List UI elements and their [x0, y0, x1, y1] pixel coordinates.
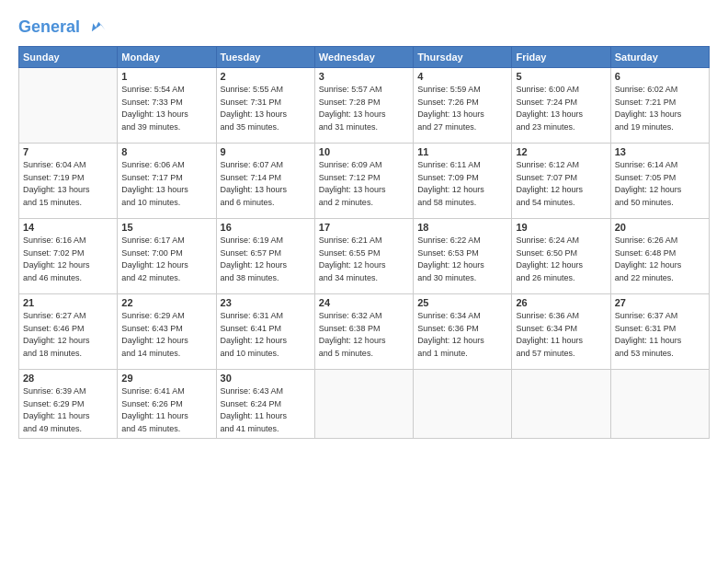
day-info: Sunrise: 6:11 AMSunset: 7:09 PMDaylight:…	[417, 159, 507, 209]
logo: General	[18, 18, 107, 37]
calendar-week-row: 7Sunrise: 6:04 AMSunset: 7:19 PMDaylight…	[19, 144, 710, 219]
calendar-week-row: 28Sunrise: 6:39 AMSunset: 6:29 PMDayligh…	[19, 370, 710, 439]
day-number: 20	[615, 222, 705, 233]
day-number: 22	[121, 297, 211, 308]
calendar-week-row: 21Sunrise: 6:27 AMSunset: 6:46 PMDayligh…	[19, 294, 710, 370]
calendar-cell	[19, 68, 118, 144]
day-number: 2	[221, 71, 311, 82]
calendar-cell	[512, 370, 610, 439]
svg-marker-0	[92, 22, 106, 31]
calendar-cell: 23Sunrise: 6:31 AMSunset: 6:41 PMDayligh…	[216, 294, 314, 370]
day-info: Sunrise: 6:22 AMSunset: 6:53 PMDaylight:…	[417, 235, 507, 284]
day-info: Sunrise: 6:31 AMSunset: 6:41 PMDaylight:…	[221, 310, 311, 360]
day-number: 8	[121, 146, 211, 157]
day-number: 18	[417, 222, 507, 233]
day-number: 4	[417, 71, 507, 82]
day-number: 21	[23, 297, 113, 308]
calendar-cell: 16Sunrise: 6:19 AMSunset: 6:57 PMDayligh…	[216, 219, 314, 294]
calendar-cell: 9Sunrise: 6:07 AMSunset: 7:14 PMDaylight…	[216, 144, 314, 219]
page: General SundayMondayTuesdayWednesdayThur…	[0, 0, 728, 563]
day-info: Sunrise: 6:09 AMSunset: 7:12 PMDaylight:…	[319, 159, 409, 209]
calendar-cell: 24Sunrise: 6:32 AMSunset: 6:38 PMDayligh…	[314, 294, 413, 370]
calendar-cell: 28Sunrise: 6:39 AMSunset: 6:29 PMDayligh…	[19, 370, 118, 439]
day-info: Sunrise: 6:36 AMSunset: 6:34 PMDaylight:…	[516, 310, 606, 360]
calendar-cell: 19Sunrise: 6:24 AMSunset: 6:50 PMDayligh…	[512, 219, 610, 294]
calendar-cell: 14Sunrise: 6:16 AMSunset: 7:02 PMDayligh…	[19, 219, 118, 294]
day-info: Sunrise: 6:21 AMSunset: 6:55 PMDaylight:…	[319, 235, 409, 284]
calendar-cell: 13Sunrise: 6:14 AMSunset: 7:05 PMDayligh…	[610, 144, 709, 219]
header: General	[18, 15, 710, 37]
logo-icon	[86, 17, 107, 37]
col-header-wednesday: Wednesday	[314, 47, 413, 68]
calendar-cell	[610, 370, 709, 439]
calendar-cell: 18Sunrise: 6:22 AMSunset: 6:53 PMDayligh…	[414, 219, 512, 294]
calendar-week-row: 1Sunrise: 5:54 AMSunset: 7:33 PMDaylight…	[19, 68, 710, 144]
col-header-friday: Friday	[512, 47, 610, 68]
day-number: 7	[23, 146, 113, 157]
day-info: Sunrise: 6:29 AMSunset: 6:43 PMDaylight:…	[121, 310, 211, 360]
day-number: 28	[23, 373, 113, 384]
calendar-cell: 22Sunrise: 6:29 AMSunset: 6:43 PMDayligh…	[118, 294, 216, 370]
day-info: Sunrise: 6:19 AMSunset: 6:57 PMDaylight:…	[221, 235, 311, 284]
day-number: 11	[417, 146, 507, 157]
calendar-cell: 17Sunrise: 6:21 AMSunset: 6:55 PMDayligh…	[314, 219, 413, 294]
calendar-cell: 7Sunrise: 6:04 AMSunset: 7:19 PMDaylight…	[19, 144, 118, 219]
day-number: 30	[221, 373, 311, 384]
day-info: Sunrise: 6:16 AMSunset: 7:02 PMDaylight:…	[23, 235, 113, 284]
day-info: Sunrise: 6:00 AMSunset: 7:24 PMDaylight:…	[516, 84, 606, 133]
calendar-cell	[314, 370, 413, 439]
day-info: Sunrise: 6:04 AMSunset: 7:19 PMDaylight:…	[23, 159, 113, 209]
calendar-header-row: SundayMondayTuesdayWednesdayThursdayFrid…	[19, 47, 710, 68]
calendar-cell: 8Sunrise: 6:06 AMSunset: 7:17 PMDaylight…	[118, 144, 216, 219]
calendar-cell: 21Sunrise: 6:27 AMSunset: 6:46 PMDayligh…	[19, 294, 118, 370]
calendar-cell: 26Sunrise: 6:36 AMSunset: 6:34 PMDayligh…	[512, 294, 610, 370]
day-info: Sunrise: 6:26 AMSunset: 6:48 PMDaylight:…	[615, 235, 705, 284]
day-info: Sunrise: 6:07 AMSunset: 7:14 PMDaylight:…	[221, 159, 311, 209]
day-info: Sunrise: 6:39 AMSunset: 6:29 PMDaylight:…	[23, 385, 113, 435]
day-number: 14	[23, 222, 113, 233]
logo-text: General	[18, 18, 107, 37]
day-number: 3	[319, 71, 409, 82]
day-info: Sunrise: 6:41 AMSunset: 6:26 PMDaylight:…	[121, 385, 211, 435]
day-number: 19	[516, 222, 606, 233]
day-info: Sunrise: 6:06 AMSunset: 7:17 PMDaylight:…	[121, 159, 211, 209]
day-info: Sunrise: 6:37 AMSunset: 6:31 PMDaylight:…	[615, 310, 705, 360]
day-number: 5	[516, 71, 606, 82]
calendar-cell: 15Sunrise: 6:17 AMSunset: 7:00 PMDayligh…	[118, 219, 216, 294]
calendar-cell: 6Sunrise: 6:02 AMSunset: 7:21 PMDaylight…	[610, 68, 709, 144]
col-header-monday: Monday	[118, 47, 216, 68]
day-number: 9	[221, 146, 311, 157]
col-header-tuesday: Tuesday	[216, 47, 314, 68]
day-info: Sunrise: 6:02 AMSunset: 7:21 PMDaylight:…	[615, 84, 705, 133]
day-number: 27	[615, 297, 705, 308]
calendar-week-row: 14Sunrise: 6:16 AMSunset: 7:02 PMDayligh…	[19, 219, 710, 294]
day-info: Sunrise: 6:14 AMSunset: 7:05 PMDaylight:…	[615, 159, 705, 209]
day-info: Sunrise: 5:59 AMSunset: 7:26 PMDaylight:…	[417, 84, 507, 133]
day-number: 6	[615, 71, 705, 82]
calendar-cell: 11Sunrise: 6:11 AMSunset: 7:09 PMDayligh…	[414, 144, 512, 219]
calendar-cell: 30Sunrise: 6:43 AMSunset: 6:24 PMDayligh…	[216, 370, 314, 439]
calendar-table: SundayMondayTuesdayWednesdayThursdayFrid…	[18, 46, 710, 439]
col-header-thursday: Thursday	[414, 47, 512, 68]
day-number: 15	[121, 222, 211, 233]
calendar-cell: 25Sunrise: 6:34 AMSunset: 6:36 PMDayligh…	[414, 294, 512, 370]
calendar-cell: 10Sunrise: 6:09 AMSunset: 7:12 PMDayligh…	[314, 144, 413, 219]
day-info: Sunrise: 6:24 AMSunset: 6:50 PMDaylight:…	[516, 235, 606, 284]
day-number: 16	[221, 222, 311, 233]
day-number: 10	[319, 146, 409, 157]
calendar-cell	[414, 370, 512, 439]
day-number: 26	[516, 297, 606, 308]
calendar-cell: 3Sunrise: 5:57 AMSunset: 7:28 PMDaylight…	[314, 68, 413, 144]
calendar-cell: 27Sunrise: 6:37 AMSunset: 6:31 PMDayligh…	[610, 294, 709, 370]
day-number: 29	[121, 373, 211, 384]
calendar-cell: 4Sunrise: 5:59 AMSunset: 7:26 PMDaylight…	[414, 68, 512, 144]
day-number: 17	[319, 222, 409, 233]
calendar-cell: 1Sunrise: 5:54 AMSunset: 7:33 PMDaylight…	[118, 68, 216, 144]
calendar-cell: 5Sunrise: 6:00 AMSunset: 7:24 PMDaylight…	[512, 68, 610, 144]
day-info: Sunrise: 6:43 AMSunset: 6:24 PMDaylight:…	[221, 385, 311, 435]
col-header-sunday: Sunday	[19, 47, 118, 68]
calendar-cell: 12Sunrise: 6:12 AMSunset: 7:07 PMDayligh…	[512, 144, 610, 219]
calendar-cell: 20Sunrise: 6:26 AMSunset: 6:48 PMDayligh…	[610, 219, 709, 294]
day-number: 1	[121, 71, 211, 82]
calendar-cell: 29Sunrise: 6:41 AMSunset: 6:26 PMDayligh…	[118, 370, 216, 439]
